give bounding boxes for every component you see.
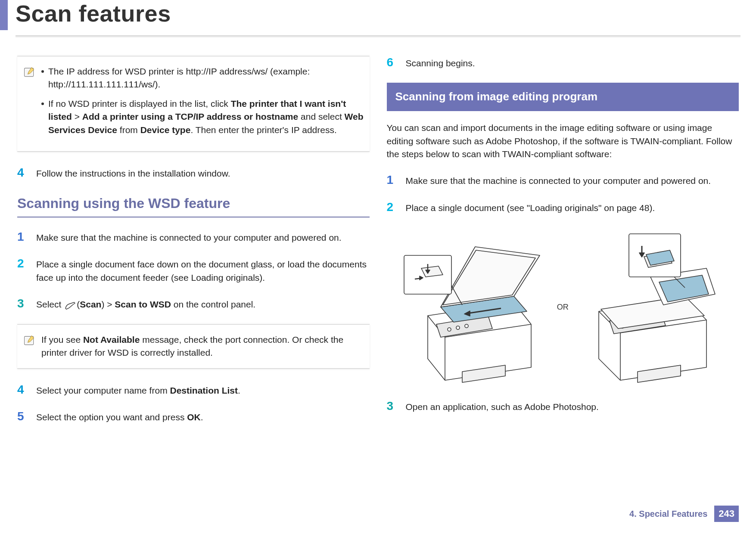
bullet-icon <box>41 70 44 73</box>
scan-hand-icon <box>65 301 76 310</box>
step-3-open-app: 3 Open an application, such as Adobe Pho… <box>387 400 739 413</box>
printer-flatbed-illustration <box>402 230 548 385</box>
footer-chapter: 4. Special Features <box>629 509 707 519</box>
step-number: 1 <box>387 174 397 187</box>
step-text: Open an application, such as Adobe Photo… <box>406 400 739 413</box>
step-number: 3 <box>17 297 28 311</box>
footer-page-number: 243 <box>714 506 739 522</box>
note-box-not-available: If you see Not Available message, check … <box>17 324 370 369</box>
svg-point-6 <box>465 324 468 328</box>
heading-underline <box>17 217 370 217</box>
bullet-icon <box>41 102 44 105</box>
right-column: 6 Scanning begins. Scanning from image e… <box>387 56 739 437</box>
step-1-connect: 1 Make sure that the machine is connecte… <box>387 174 739 187</box>
step-text: Make sure that the machine is connected … <box>406 174 739 187</box>
step-4-install: 4 Follow the instructions in the install… <box>17 166 370 180</box>
step-3-select-scan: 3 Select (Scan) > Scan to WSD on the con… <box>17 297 370 311</box>
step-text: Place a single document face down on the… <box>36 257 370 284</box>
step-number: 3 <box>387 400 397 413</box>
svg-point-5 <box>456 326 460 329</box>
printer-adf-illustration <box>577 230 724 385</box>
page-header: Scan features <box>0 0 756 39</box>
svg-point-4 <box>448 328 451 331</box>
step-6-scanning-begins: 6 Scanning begins. <box>387 56 739 70</box>
step-text: Make sure that the machine is connected … <box>36 230 370 244</box>
step-4-destination: 4 Select your computer name from Destina… <box>17 383 370 397</box>
subsection-heading: Scanning using the WSD feature <box>17 193 370 213</box>
header-underline <box>16 35 740 38</box>
step-1-connect: 1 Make sure that the machine is connecte… <box>17 230 370 244</box>
step-text: Select the option you want and press OK. <box>36 410 370 424</box>
section-band: Scanning from image editing program <box>387 83 739 111</box>
step-number: 4 <box>17 383 28 397</box>
note-bullet: If no WSD printer is displayed in the li… <box>41 97 365 137</box>
intro-paragraph: You can scan and import documents in the… <box>387 121 739 161</box>
step-number: 1 <box>17 230 28 244</box>
step-number: 4 <box>17 166 28 180</box>
step-text: Scanning begins. <box>406 56 739 70</box>
page-title: Scan features <box>16 0 171 27</box>
step-text: Select your computer name from Destinati… <box>36 383 370 397</box>
note-text: If you see Not Available message, check … <box>41 333 365 360</box>
note-bullet: The IP address for WSD printer is http:/… <box>41 65 365 91</box>
header-accent <box>0 0 8 30</box>
note-box-wsd-address: The IP address for WSD printer is http:/… <box>17 56 370 152</box>
note-text: If no WSD printer is displayed in the li… <box>48 97 365 137</box>
figure-printer-loading: OR <box>387 227 739 387</box>
step-number: 5 <box>17 410 28 424</box>
note-icon <box>23 334 35 346</box>
step-text: Select (Scan) > Scan to WSD on the contr… <box>36 297 370 311</box>
note-icon <box>23 66 35 78</box>
step-text: Place a single document (see "Loading or… <box>406 201 739 214</box>
step-number: 2 <box>17 257 28 284</box>
step-2-place-document: 2 Place a single document (see "Loading … <box>387 201 739 214</box>
step-2-place-document: 2 Place a single document face down on t… <box>17 257 370 284</box>
step-text: Follow the instructions in the installat… <box>36 166 370 180</box>
or-label: OR <box>557 301 569 313</box>
note-text: The IP address for WSD printer is http:/… <box>48 65 365 91</box>
left-column: The IP address for WSD printer is http:/… <box>17 56 370 437</box>
page-footer: 4. Special Features 243 <box>629 506 739 522</box>
step-number: 2 <box>387 201 397 214</box>
step-5-press-ok: 5 Select the option you want and press O… <box>17 410 370 424</box>
step-number: 6 <box>387 56 397 70</box>
